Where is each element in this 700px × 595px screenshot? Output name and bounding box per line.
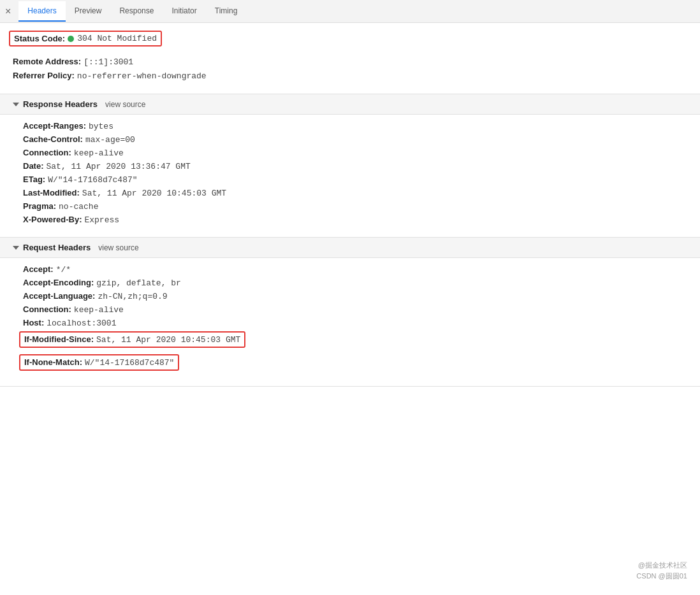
header-value: zh-CN,zh;q=0.9 (98, 292, 167, 301)
header-key: Accept-Ranges: (23, 121, 86, 131)
response-headers-section-header: Response Headers view source (0, 94, 700, 115)
request-headers-label: Request Headers (23, 243, 91, 252)
request-header-item: Accept-Language: zh-CN,zh;q=0.9 (23, 291, 687, 301)
referrer-policy-label: Referrer Policy: (13, 71, 75, 80)
request-header-item: Host: localhost:3001 (23, 318, 687, 328)
watermark-line2: CSDN @圆圆01 (636, 571, 687, 582)
header-value: keep-alive (74, 148, 124, 158)
remote-address-row: Remote Address: [::1]:3001 (13, 57, 687, 67)
tab-timing[interactable]: Timing (206, 1, 247, 22)
highlighted-header-row: If-None-Match: W/"14-17168d7c487" (19, 354, 179, 371)
response-headers-title: Response Headers (13, 99, 98, 109)
header-key: Accept-Encoding: (23, 278, 94, 287)
header-value: localhost:3001 (47, 319, 116, 328)
response-header-item: Connection: keep-alive (23, 148, 687, 158)
general-section: Status Code: 304 Not Modified Remote Add… (0, 23, 700, 94)
header-key: Connection: (23, 148, 71, 157)
header-key: X-Powered-By: (23, 215, 82, 224)
header-value: max-age=00 (85, 135, 135, 145)
header-key: If-Modified-Since: (24, 334, 94, 344)
header-value: W/"14-17168d7c487" (85, 358, 174, 368)
triangle-icon-2 (13, 246, 19, 250)
remote-address-value: [::1]:3001 (84, 57, 133, 67)
referrer-policy-value: no-referrer-when-downgrade (77, 71, 207, 81)
header-value: Sat, 11 Apr 2020 13:36:47 GMT (47, 162, 191, 171)
remote-address-label: Remote Address: (13, 57, 81, 66)
header-value: bytes (89, 122, 113, 131)
status-dot-icon (68, 36, 74, 42)
header-key: Host: (23, 318, 44, 327)
header-key: Last-Modified: (23, 188, 80, 197)
close-icon[interactable]: × (5, 6, 11, 17)
response-headers-view-source[interactable]: view source (105, 100, 145, 109)
header-value: */* (56, 265, 71, 275)
triangle-icon (13, 103, 19, 106)
watermark-line1: @掘金技术社区 (636, 560, 687, 571)
header-value: keep-alive (74, 305, 124, 315)
request-headers-section-header: Request Headers view source (0, 238, 700, 258)
request-header-item: Accept: */* (23, 264, 687, 275)
response-header-item: Date: Sat, 11 Apr 2020 13:36:47 GMT (23, 161, 687, 171)
response-headers-list: Accept-Ranges: bytesCache-Control: max-a… (0, 115, 700, 238)
response-header-item: X-Powered-By: Express (23, 215, 687, 225)
tab-preview[interactable]: Preview (66, 1, 111, 22)
tab-response[interactable]: Response (110, 1, 163, 22)
status-code-label: Status Code: (14, 34, 65, 43)
header-key: Accept-Language: (23, 291, 95, 301)
response-header-item: Accept-Ranges: bytes (23, 121, 687, 131)
header-value: Express (84, 215, 119, 225)
header-key: Connection: (23, 305, 71, 314)
header-key: Pragma: (23, 201, 56, 211)
tab-initiator[interactable]: Initiator (163, 1, 205, 22)
request-headers-view-source[interactable]: view source (98, 243, 138, 252)
response-header-item: Cache-Control: max-age=00 (23, 134, 687, 145)
tab-bar: × Headers Preview Response Initiator Tim… (0, 0, 700, 23)
header-key: ETag: (23, 175, 45, 184)
header-key: Accept: (23, 264, 54, 274)
header-key: If-None-Match: (24, 357, 82, 367)
highlighted-header-row: If-Modified-Since: Sat, 11 Apr 2020 10:4… (19, 331, 245, 348)
header-value: Sat, 11 Apr 2020 10:45:03 GMT (82, 189, 226, 198)
request-header-item: Accept-Encoding: gzip, deflate, br (23, 278, 687, 288)
header-key: Cache-Control: (23, 134, 83, 144)
header-value: Sat, 11 Apr 2020 10:45:03 GMT (96, 335, 240, 345)
status-code-row: Status Code: 304 Not Modified (9, 31, 162, 47)
header-value: no-cache (59, 202, 98, 211)
request-headers-title: Request Headers (13, 243, 91, 252)
status-code-value: 304 Not Modified (77, 34, 157, 43)
request-headers-list: Accept: */*Accept-Encoding: gzip, deflat… (0, 258, 700, 387)
response-headers-label: Response Headers (23, 99, 98, 109)
header-value: W/"14-17168d7c487" (48, 175, 137, 185)
response-header-item: Last-Modified: Sat, 11 Apr 2020 10:45:03… (23, 188, 687, 198)
response-header-item: ETag: W/"14-17168d7c487" (23, 175, 687, 185)
header-value: gzip, deflate, br (96, 278, 181, 288)
tab-headers[interactable]: Headers (18, 1, 65, 22)
request-header-item: Connection: keep-alive (23, 305, 687, 315)
referrer-policy-row: Referrer Policy: no-referrer-when-downgr… (13, 71, 687, 81)
watermark: @掘金技术社区 CSDN @圆圆01 (636, 560, 687, 582)
header-key: Date: (23, 161, 44, 171)
response-header-item: Pragma: no-cache (23, 201, 687, 211)
